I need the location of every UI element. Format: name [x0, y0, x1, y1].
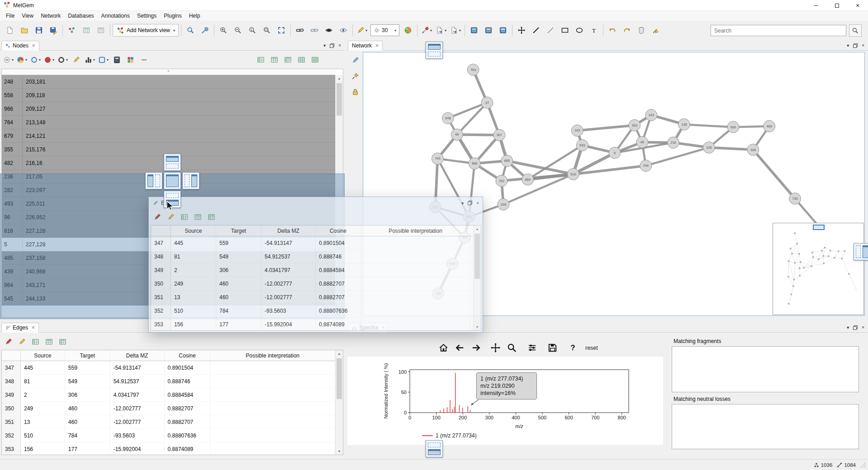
cell[interactable]: 549	[216, 250, 261, 263]
row-id-cell[interactable]: 347	[2, 361, 21, 374]
cell[interactable]: 306	[65, 388, 110, 401]
cell[interactable]: 156	[171, 318, 216, 330]
view-mode-1-button[interactable]	[29, 335, 42, 348]
cell[interactable]	[210, 442, 335, 455]
row-value-cell[interactable]: 213,148	[23, 116, 335, 129]
dock-close-button[interactable]: ×	[862, 325, 864, 330]
cell[interactable]	[210, 388, 335, 401]
highlight-yellow-button[interactable]	[16, 335, 28, 348]
edges-table-row[interactable]: 353156177-15.9920040.8874089	[151, 318, 473, 330]
edges-table-row[interactable]: 35113460-12.0027770.8882707	[151, 291, 473, 304]
row-id-cell[interactable]: 348	[151, 250, 171, 263]
matching-fragments-box[interactable]	[672, 346, 859, 392]
clusterize-button[interactable]	[124, 53, 137, 66]
mpl-help-button[interactable]: ?	[566, 342, 579, 354]
mpl-pan-button[interactable]	[489, 342, 502, 354]
cell[interactable]: 559	[65, 361, 110, 374]
graph-node[interactable]: 307	[493, 129, 505, 141]
graph-node[interactable]: 743	[432, 153, 443, 164]
edges-table-row[interactable]: 350249460-12.0027770.8882707	[2, 402, 335, 415]
import-metadata-button[interactable]	[80, 24, 93, 37]
dock-close-button[interactable]: ×	[476, 201, 479, 206]
column-header[interactable]: Target	[216, 226, 261, 236]
scroll-up-icon[interactable]: ▲	[336, 350, 343, 357]
graph-node[interactable]: 516	[567, 169, 579, 180]
dock-top-indicator[interactable]	[164, 154, 181, 171]
dock-center-indicator[interactable]	[164, 172, 181, 189]
cell[interactable]: 549	[65, 375, 110, 388]
scroll-down-icon[interactable]: ▼	[474, 324, 481, 330]
graph-node[interactable]: 666	[469, 158, 480, 169]
cell[interactable]: -12.002777	[261, 291, 316, 304]
graph-node[interactable]: 210	[668, 137, 679, 149]
unlink-views-button[interactable]	[308, 24, 321, 37]
highlight-yellow-button[interactable]	[70, 53, 82, 66]
row-id-cell[interactable]: 482	[2, 156, 23, 169]
cell[interactable]: 0.888746	[165, 375, 211, 388]
menu-settings[interactable]: Settings	[133, 11, 160, 20]
graph-node[interactable]: 859	[522, 174, 534, 185]
menu-annotations[interactable]: Annotations	[98, 11, 133, 20]
column-header[interactable]: Cosine	[316, 226, 361, 236]
cell[interactable]: 13	[21, 415, 65, 428]
dock-close-button[interactable]: ×	[338, 43, 341, 48]
cell[interactable]	[210, 361, 335, 374]
tab-nodes[interactable]: Nodes ×	[1, 41, 39, 51]
select-neighbors-button[interactable]: ▾	[2, 53, 14, 66]
nodes-table-row[interactable]: 966209,127	[2, 102, 335, 116]
graph-node[interactable]: 136	[678, 118, 690, 130]
cell[interactable]: 460	[216, 291, 261, 304]
dock-menu-button[interactable]: ▾	[847, 43, 849, 48]
graph-node[interactable]: 46	[451, 129, 463, 141]
pin-annotations-button[interactable]	[349, 70, 361, 82]
move-tool-button[interactable]	[515, 24, 528, 37]
edges-table-row[interactable]: 347445559-54.9131470.8901504	[2, 361, 335, 375]
cell[interactable]: -54.913147	[110, 361, 165, 374]
cell[interactable]	[361, 291, 470, 304]
row-value-cell[interactable]: 203,181	[23, 75, 335, 88]
menu-network[interactable]: Network	[37, 11, 64, 20]
scroll-up-icon[interactable]: ▲	[474, 226, 481, 232]
cell[interactable]: 249	[171, 277, 216, 290]
node-color-button[interactable]	[401, 24, 415, 37]
mpl-home-button[interactable]	[436, 342, 450, 354]
import-databases-button[interactable]	[482, 24, 495, 37]
dock-menu-button[interactable]: ▾	[323, 43, 326, 48]
edges-table-scrollbar[interactable]: ▲ ▼	[335, 350, 343, 455]
scrollbar-thumb[interactable]	[337, 83, 342, 116]
nodes-table-row[interactable]: 679214,121	[2, 129, 335, 143]
dock-window-bottom-indicator[interactable]	[426, 440, 443, 457]
menu-file[interactable]: File	[2, 11, 18, 20]
cell[interactable]: 177	[216, 318, 261, 330]
graph-node[interactable]: 469	[764, 120, 775, 132]
cell[interactable]	[361, 250, 470, 263]
column-header[interactable]: Possible interpretation	[361, 226, 470, 236]
cell[interactable]: 460	[65, 415, 110, 428]
scroll-up-icon[interactable]: ▲	[336, 75, 343, 82]
row-id-cell[interactable]: 558	[2, 89, 23, 102]
graph-node[interactable]: 533	[576, 140, 588, 151]
hide-items-button[interactable]	[322, 24, 336, 37]
resize-grip[interactable]	[860, 462, 866, 468]
dock-window-top-indicator[interactable]	[426, 42, 443, 59]
edges-table-row[interactable]: 352510784-93.56030.88807636	[2, 429, 335, 442]
zoom-selection-button[interactable]	[260, 24, 274, 37]
mpl-sliders-button[interactable]	[525, 342, 539, 354]
zoom-in-button[interactable]	[217, 24, 230, 37]
zoom-out-button[interactable]	[231, 24, 245, 37]
cell[interactable]: 0.8884584	[165, 388, 211, 401]
graph-node[interactable]: 763	[467, 64, 479, 76]
menu-help[interactable]: Help	[185, 11, 204, 20]
column-header[interactable]: Source	[171, 226, 216, 236]
color-by-column-button[interactable]: ▾	[43, 53, 55, 66]
graph-node[interactable]: 326	[747, 144, 759, 156]
cell[interactable]: 559	[216, 236, 261, 249]
cell[interactable]	[210, 375, 335, 388]
graph-node[interactable]: 730	[789, 193, 801, 205]
cell[interactable]: 0.88807636	[316, 304, 361, 317]
cell[interactable]: 81	[21, 375, 65, 388]
find-button[interactable]	[184, 24, 197, 37]
mpl-back-button[interactable]	[453, 342, 466, 354]
graph-node[interactable]: 163	[571, 125, 583, 136]
network-minimap[interactable]	[773, 223, 864, 315]
